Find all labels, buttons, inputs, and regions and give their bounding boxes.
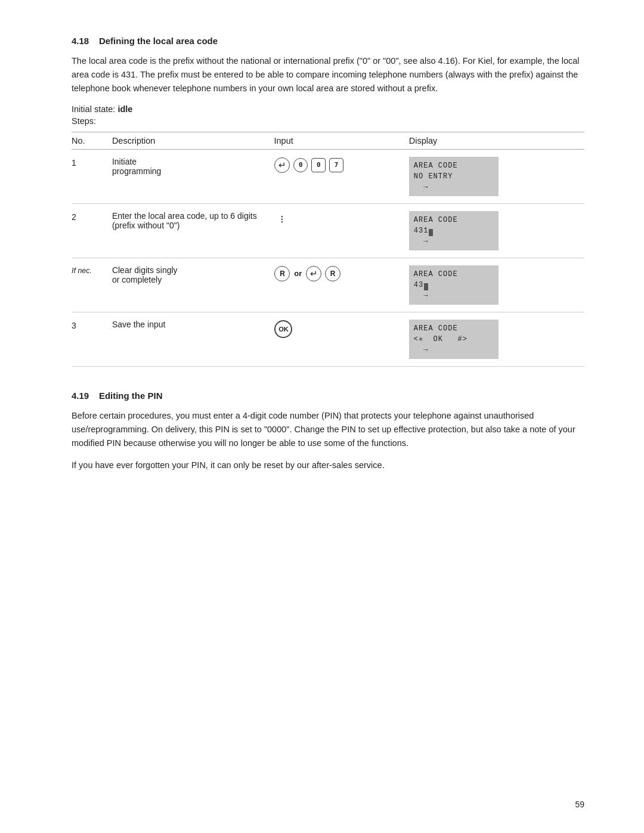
row-ifnec-input: R or ↵ R: [274, 258, 408, 312]
section-419-number: 4.19: [72, 391, 89, 401]
initial-state: Initial state: idle: [72, 104, 584, 114]
table-row: 1 Initiateprogramming ↵ 0 0 7 AREA CODE …: [72, 149, 584, 203]
row-1-no: 1: [72, 149, 112, 203]
row-ifnec-desc: Clear digits singlyor completely: [112, 258, 274, 312]
steps-table: No. Description Input Display 1 Initiate…: [72, 132, 584, 367]
row-3-desc: Save the input: [112, 312, 274, 366]
btn-R-icon: R: [274, 266, 290, 281]
section-419-body1: Before certain procedures, you must ente…: [72, 409, 584, 451]
steps-label: Steps:: [72, 116, 584, 126]
section-418-number: 4.18: [72, 36, 89, 46]
row-3-no: 3: [72, 312, 112, 366]
row-2-no: 2: [72, 203, 112, 258]
row-1-desc: Initiateprogramming: [112, 149, 274, 203]
section-419-title: 4.19 Editing the PIN: [72, 391, 584, 401]
table-row: 2 Enter the local area code, up to 6 dig…: [72, 203, 584, 258]
section-419-heading: Editing the PIN: [99, 391, 163, 401]
section-418-title: 4.18 Defining the local area code: [72, 36, 584, 46]
row-1-display: AREA CODE NO ENTRY →: [409, 149, 584, 203]
section-418-body: The local area code is the prefix withou…: [72, 54, 584, 96]
or-text: or: [294, 269, 302, 278]
section-419-body2: If you have ever forgotten your PIN, it …: [72, 459, 584, 472]
ok-button-icon: OK: [274, 320, 292, 338]
enter-button-2-icon: ↵: [306, 266, 321, 281]
col-header-input: Input: [274, 132, 408, 149]
col-header-display: Display: [409, 132, 584, 149]
col-header-desc: Description: [112, 132, 274, 149]
section-418: 4.18 Defining the local area code The lo…: [72, 36, 584, 367]
btn-0b-icon: 0: [311, 158, 326, 172]
table-row: 3 Save the input OK AREA CODE <✳ OK #> →: [72, 312, 584, 366]
col-header-no: No.: [72, 132, 112, 149]
table-row: If nec. Clear digits singlyor completely…: [72, 258, 584, 312]
row-2-display: AREA CODE 431 →: [409, 203, 584, 258]
btn-0a-icon: 0: [293, 158, 308, 172]
section-418-heading: Defining the local area code: [99, 36, 218, 46]
row-3-input: OK: [274, 312, 408, 366]
row-1-input: ↵ 0 0 7: [274, 149, 408, 203]
btn-7-icon: 7: [329, 158, 343, 172]
keypad-icon: ⁝: [274, 212, 290, 227]
section-419: 4.19 Editing the PIN Before certain proc…: [72, 391, 584, 473]
enter-button-icon: ↵: [274, 157, 290, 173]
row-ifnec-no: If nec.: [72, 258, 112, 312]
row-2-input: ⁝: [274, 203, 408, 258]
row-ifnec-display: AREA CODE 43 →: [409, 258, 584, 312]
row-2-desc: Enter the local area code, up to 6 digit…: [112, 203, 274, 258]
page-number: 59: [575, 800, 584, 809]
row-3-display: AREA CODE <✳ OK #> →: [409, 312, 584, 366]
btn-R2-icon: R: [325, 266, 340, 281]
